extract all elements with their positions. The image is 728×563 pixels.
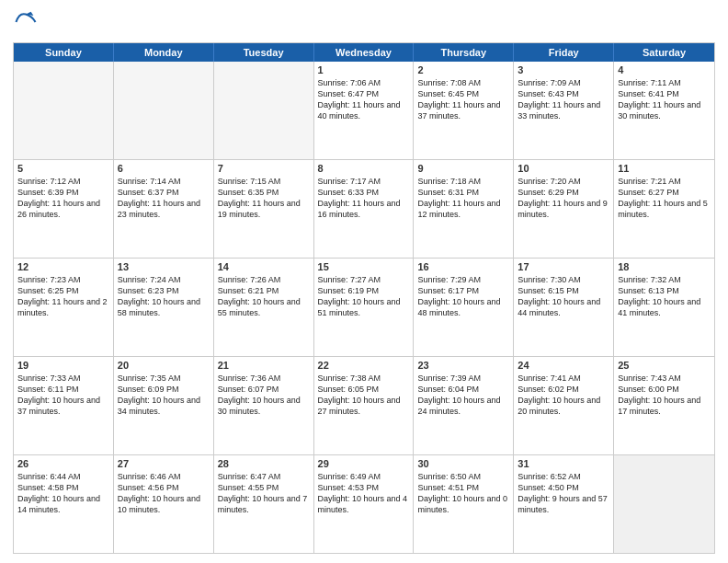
day-number: 3 (518, 64, 609, 75)
cell-info: Sunrise: 7:30 AM Sunset: 6:15 PM Dayligh… (518, 274, 609, 319)
calendar-cell: 25Sunrise: 7:43 AM Sunset: 6:00 PM Dayli… (614, 357, 714, 454)
day-number: 16 (417, 261, 509, 272)
day-number: 24 (518, 360, 609, 371)
day-number: 9 (417, 163, 509, 174)
cell-info: Sunrise: 7:27 AM Sunset: 6:19 PM Dayligh… (318, 274, 410, 319)
cell-info: Sunrise: 7:36 AM Sunset: 6:07 PM Dayligh… (218, 373, 310, 418)
day-number: 10 (518, 163, 609, 174)
header-day-wednesday: Wednesday (314, 43, 415, 62)
calendar-cell: 6Sunrise: 7:14 AM Sunset: 6:37 PM Daylig… (114, 160, 214, 258)
cell-info: Sunrise: 7:21 AM Sunset: 6:27 PM Dayligh… (618, 176, 711, 221)
calendar-body: 1Sunrise: 7:06 AM Sunset: 6:47 PM Daylig… (14, 62, 714, 553)
header-day-sunday: Sunday (14, 43, 114, 62)
calendar-cell: 8Sunrise: 7:17 AM Sunset: 6:33 PM Daylig… (314, 160, 415, 258)
calendar-cell: 31Sunrise: 6:52 AM Sunset: 4:50 PM Dayli… (514, 455, 614, 553)
header-day-friday: Friday (514, 43, 614, 62)
cell-info: Sunrise: 7:35 AM Sunset: 6:09 PM Dayligh… (118, 373, 210, 418)
calendar-cell: 24Sunrise: 7:41 AM Sunset: 6:02 PM Dayli… (514, 357, 614, 454)
calendar-row-4: 26Sunrise: 6:44 AM Sunset: 4:58 PM Dayli… (14, 455, 714, 553)
header-day-saturday: Saturday (614, 43, 714, 62)
calendar-cell: 15Sunrise: 7:27 AM Sunset: 6:19 PM Dayli… (314, 259, 415, 356)
day-number: 30 (417, 458, 509, 469)
cell-info: Sunrise: 6:46 AM Sunset: 4:56 PM Dayligh… (118, 471, 210, 516)
logo-icon (13, 9, 39, 35)
calendar-cell: 1Sunrise: 7:06 AM Sunset: 6:47 PM Daylig… (314, 62, 415, 159)
calendar-cell: 26Sunrise: 6:44 AM Sunset: 4:58 PM Dayli… (14, 455, 114, 553)
calendar-cell: 20Sunrise: 7:35 AM Sunset: 6:09 PM Dayli… (114, 357, 214, 454)
day-number: 14 (218, 261, 310, 272)
calendar: SundayMondayTuesdayWednesdayThursdayFrid… (13, 42, 715, 554)
day-number: 1 (318, 64, 410, 75)
logo (13, 9, 42, 35)
cell-info: Sunrise: 7:29 AM Sunset: 6:17 PM Dayligh… (417, 274, 509, 319)
day-number: 17 (518, 261, 609, 272)
day-number: 20 (118, 360, 210, 371)
cell-info: Sunrise: 7:20 AM Sunset: 6:29 PM Dayligh… (518, 176, 609, 221)
day-number: 25 (618, 360, 711, 371)
day-number: 19 (17, 360, 109, 371)
header-day-thursday: Thursday (414, 43, 514, 62)
calendar-cell: 5Sunrise: 7:12 AM Sunset: 6:39 PM Daylig… (14, 160, 114, 258)
day-number: 29 (318, 458, 410, 469)
day-number: 23 (417, 360, 509, 371)
cell-info: Sunrise: 7:43 AM Sunset: 6:00 PM Dayligh… (618, 373, 711, 418)
calendar-cell: 17Sunrise: 7:30 AM Sunset: 6:15 PM Dayli… (514, 259, 614, 356)
cell-info: Sunrise: 7:32 AM Sunset: 6:13 PM Dayligh… (618, 274, 711, 319)
cell-info: Sunrise: 7:12 AM Sunset: 6:39 PM Dayligh… (17, 176, 109, 221)
cell-info: Sunrise: 7:06 AM Sunset: 6:47 PM Dayligh… (318, 77, 410, 122)
calendar-row-0: 1Sunrise: 7:06 AM Sunset: 6:47 PM Daylig… (14, 62, 714, 160)
calendar-cell: 21Sunrise: 7:36 AM Sunset: 6:07 PM Dayli… (214, 357, 314, 454)
cell-info: Sunrise: 6:47 AM Sunset: 4:55 PM Dayligh… (218, 471, 310, 516)
day-number: 12 (17, 261, 109, 272)
day-number: 5 (17, 163, 109, 174)
day-number: 18 (618, 261, 711, 272)
cell-info: Sunrise: 6:44 AM Sunset: 4:58 PM Dayligh… (17, 471, 109, 516)
day-number: 26 (17, 458, 109, 469)
cell-info: Sunrise: 6:52 AM Sunset: 4:50 PM Dayligh… (518, 471, 609, 516)
cell-info: Sunrise: 7:17 AM Sunset: 6:33 PM Dayligh… (318, 176, 410, 221)
day-number: 22 (318, 360, 410, 371)
header-day-tuesday: Tuesday (214, 43, 314, 62)
header-day-monday: Monday (114, 43, 214, 62)
calendar-cell: 3Sunrise: 7:09 AM Sunset: 6:43 PM Daylig… (514, 62, 614, 159)
calendar-cell: 18Sunrise: 7:32 AM Sunset: 6:13 PM Dayli… (614, 259, 714, 356)
cell-info: Sunrise: 6:50 AM Sunset: 4:51 PM Dayligh… (417, 471, 509, 516)
calendar-cell (214, 62, 314, 159)
calendar-cell (114, 62, 214, 159)
calendar-cell: 28Sunrise: 6:47 AM Sunset: 4:55 PM Dayli… (214, 455, 314, 553)
calendar-cell: 27Sunrise: 6:46 AM Sunset: 4:56 PM Dayli… (114, 455, 214, 553)
cell-info: Sunrise: 7:33 AM Sunset: 6:11 PM Dayligh… (17, 373, 109, 418)
calendar-cell: 22Sunrise: 7:38 AM Sunset: 6:05 PM Dayli… (314, 357, 415, 454)
day-number: 11 (618, 163, 711, 174)
day-number: 28 (218, 458, 310, 469)
cell-info: Sunrise: 6:49 AM Sunset: 4:53 PM Dayligh… (318, 471, 410, 516)
calendar-cell: 11Sunrise: 7:21 AM Sunset: 6:27 PM Dayli… (614, 160, 714, 258)
cell-info: Sunrise: 7:18 AM Sunset: 6:31 PM Dayligh… (417, 176, 509, 221)
day-number: 21 (218, 360, 310, 371)
calendar-cell (14, 62, 114, 159)
calendar-row-1: 5Sunrise: 7:12 AM Sunset: 6:39 PM Daylig… (14, 160, 714, 259)
day-number: 13 (118, 261, 210, 272)
calendar-cell: 23Sunrise: 7:39 AM Sunset: 6:04 PM Dayli… (414, 357, 514, 454)
cell-info: Sunrise: 7:23 AM Sunset: 6:25 PM Dayligh… (17, 274, 109, 319)
cell-info: Sunrise: 7:38 AM Sunset: 6:05 PM Dayligh… (318, 373, 410, 418)
day-number: 31 (518, 458, 609, 469)
cell-info: Sunrise: 7:09 AM Sunset: 6:43 PM Dayligh… (518, 77, 609, 122)
day-number: 15 (318, 261, 410, 272)
day-number: 4 (618, 64, 711, 75)
calendar-cell: 10Sunrise: 7:20 AM Sunset: 6:29 PM Dayli… (514, 160, 614, 258)
day-number: 6 (118, 163, 210, 174)
calendar-cell: 2Sunrise: 7:08 AM Sunset: 6:45 PM Daylig… (414, 62, 514, 159)
calendar-cell: 7Sunrise: 7:15 AM Sunset: 6:35 PM Daylig… (214, 160, 314, 258)
calendar-cell: 14Sunrise: 7:26 AM Sunset: 6:21 PM Dayli… (214, 259, 314, 356)
calendar-header: SundayMondayTuesdayWednesdayThursdayFrid… (14, 43, 714, 62)
calendar-cell: 13Sunrise: 7:24 AM Sunset: 6:23 PM Dayli… (114, 259, 214, 356)
calendar-cell: 12Sunrise: 7:23 AM Sunset: 6:25 PM Dayli… (14, 259, 114, 356)
calendar-row-3: 19Sunrise: 7:33 AM Sunset: 6:11 PM Dayli… (14, 357, 714, 455)
calendar-cell: 29Sunrise: 6:49 AM Sunset: 4:53 PM Dayli… (314, 455, 415, 553)
cell-info: Sunrise: 7:11 AM Sunset: 6:41 PM Dayligh… (618, 77, 711, 122)
cell-info: Sunrise: 7:24 AM Sunset: 6:23 PM Dayligh… (118, 274, 210, 319)
cell-info: Sunrise: 7:39 AM Sunset: 6:04 PM Dayligh… (417, 373, 509, 418)
calendar-cell (614, 455, 714, 553)
header (13, 9, 715, 35)
